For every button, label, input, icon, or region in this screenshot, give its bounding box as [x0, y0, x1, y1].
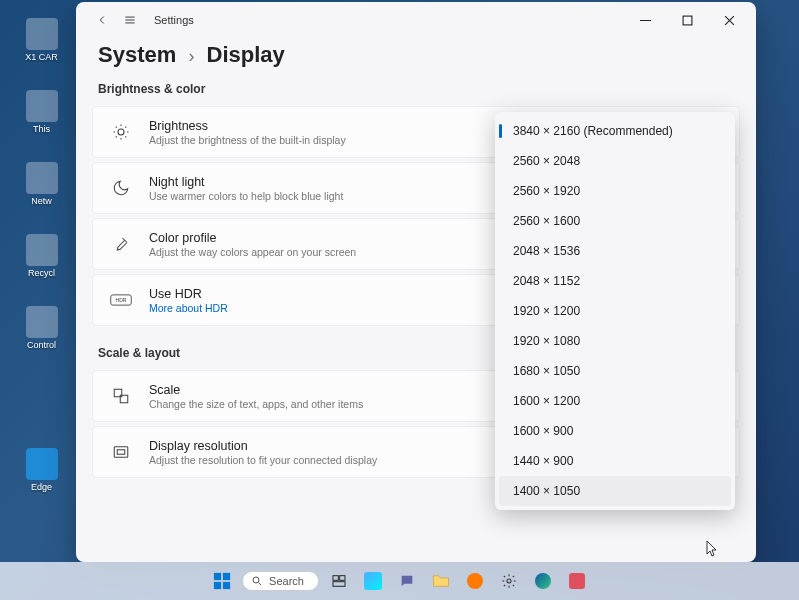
taskbar-app-edge[interactable]	[529, 567, 557, 595]
resolution-icon	[107, 438, 135, 466]
maximize-button[interactable]	[666, 5, 708, 35]
svg-rect-6	[114, 447, 128, 458]
close-button[interactable]	[708, 5, 750, 35]
svg-point-16	[507, 579, 511, 583]
resolution-option[interactable]: 2560 × 2048	[495, 146, 735, 176]
svg-rect-10	[214, 582, 221, 589]
resolution-option[interactable]: 3840 × 2160 (Recommended)	[495, 116, 735, 146]
svg-point-1	[118, 129, 124, 135]
taskbar-app-media[interactable]	[461, 567, 489, 595]
resolution-option[interactable]: 1600 × 1200	[495, 386, 735, 416]
svg-rect-9	[223, 573, 230, 580]
pc-icon	[26, 90, 58, 122]
resolution-option[interactable]: 2048 × 1536	[495, 236, 735, 266]
hdr-icon: HDR	[107, 286, 135, 314]
scale-icon	[107, 382, 135, 410]
taskbar-app-more[interactable]	[563, 567, 591, 595]
taskbar-app-explorer[interactable]	[427, 567, 455, 595]
svg-rect-14	[340, 576, 345, 581]
start-button[interactable]	[208, 567, 236, 595]
edge-icon	[26, 448, 58, 480]
taskbar-search[interactable]: Search	[242, 571, 319, 591]
app-title: Settings	[154, 14, 194, 26]
desktop-icon[interactable]: Control	[14, 306, 69, 350]
breadcrumb-current: Display	[207, 42, 285, 67]
svg-point-12	[253, 577, 259, 583]
taskbar-app-settings[interactable]	[495, 567, 523, 595]
resolution-option[interactable]: 2560 × 1600	[495, 206, 735, 236]
svg-rect-7	[117, 450, 125, 455]
resolution-option[interactable]: 1920 × 1080	[495, 326, 735, 356]
menu-button[interactable]	[116, 6, 144, 34]
resolution-dropdown[interactable]: 3840 × 2160 (Recommended)2560 × 20482560…	[495, 112, 735, 510]
taskbar-app-widgets[interactable]	[359, 567, 387, 595]
resolution-option[interactable]: 2560 × 1920	[495, 176, 735, 206]
back-button[interactable]	[88, 6, 116, 34]
taskbar: Search	[0, 562, 799, 600]
svg-rect-13	[333, 576, 338, 581]
resolution-option[interactable]: 1600 × 900	[495, 416, 735, 446]
breadcrumb: System › Display	[76, 38, 756, 76]
resolution-option[interactable]: 1400 × 1050	[499, 476, 731, 506]
svg-rect-15	[333, 582, 345, 587]
section-title-brightness-color: Brightness & color	[76, 76, 756, 106]
chevron-right-icon: ›	[188, 46, 194, 66]
desktop-icon[interactable]: This	[14, 90, 69, 134]
network-icon	[26, 162, 58, 194]
recycle-bin-icon	[26, 234, 58, 266]
search-icon	[251, 575, 263, 587]
resolution-option[interactable]: 1920 × 1200	[495, 296, 735, 326]
folder-icon	[26, 18, 58, 50]
taskbar-app-chat[interactable]	[393, 567, 421, 595]
titlebar: Settings	[76, 2, 756, 38]
eyedropper-icon	[107, 230, 135, 258]
resolution-option[interactable]: 2048 × 1152	[495, 266, 735, 296]
desktop-icon[interactable]: Netw	[14, 162, 69, 206]
night-light-icon	[107, 174, 135, 202]
control-panel-icon	[26, 306, 58, 338]
minimize-button[interactable]	[624, 5, 666, 35]
desktop-icon[interactable]: Recycl	[14, 234, 69, 278]
brightness-icon	[107, 118, 135, 146]
resolution-option[interactable]: 1680 × 1050	[495, 356, 735, 386]
desktop-icon[interactable]: Edge	[14, 448, 69, 492]
desktop-icon[interactable]: X1 CAR	[14, 18, 69, 62]
search-label: Search	[269, 575, 304, 587]
task-view-button[interactable]	[325, 567, 353, 595]
svg-rect-0	[683, 16, 692, 25]
svg-text:HDR: HDR	[115, 297, 126, 303]
resolution-option[interactable]: 1440 × 900	[495, 446, 735, 476]
breadcrumb-parent[interactable]: System	[98, 42, 176, 67]
svg-rect-11	[223, 582, 230, 589]
svg-rect-8	[214, 573, 221, 580]
